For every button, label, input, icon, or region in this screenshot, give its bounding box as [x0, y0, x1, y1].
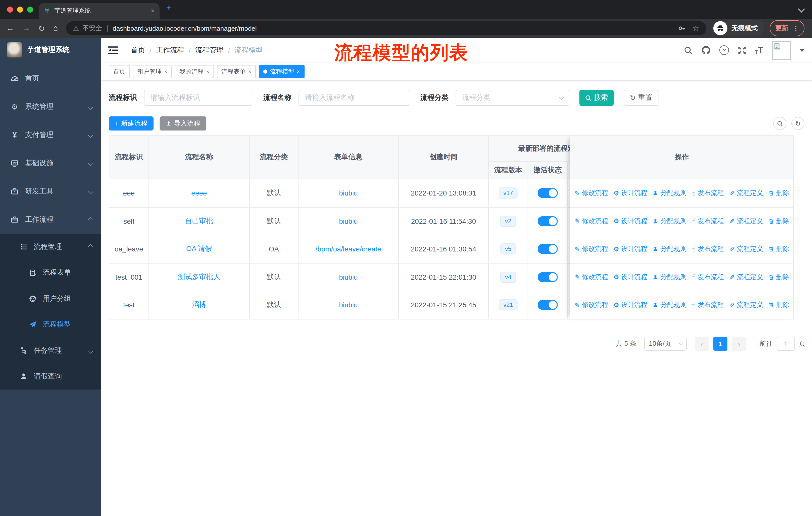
delete-link[interactable]: 删除 [768, 273, 789, 282]
form-info-link[interactable]: biubiu [339, 189, 358, 197]
sidebar-item-devtools[interactable]: 研发工具 [0, 178, 101, 206]
create-process-button[interactable]: + 新建流程 [109, 116, 153, 131]
breadcrumb-item[interactable]: 工作流程 [156, 46, 184, 55]
page-size-select[interactable]: 10条/页 [644, 336, 687, 351]
page-url[interactable]: dashboard.yudao.iocoder.cn/bpm/manager/m… [113, 24, 677, 32]
browser-menu-icon[interactable]: ⋮ [792, 24, 799, 32]
edit-process-link[interactable]: ✎ 修改流程 [575, 273, 608, 282]
reload-icon[interactable]: ↻ [38, 23, 45, 33]
sidebar-item-task-management[interactable]: 任务管理 [0, 337, 101, 363]
sidebar-item-process-management[interactable]: 流程管理 [0, 234, 101, 260]
model-name-link[interactable]: 自己审批 [185, 217, 213, 226]
sidebar-item-workflow[interactable]: 工作流程 [0, 206, 101, 234]
goto-page-input[interactable]: 1 [777, 336, 795, 351]
process-definition-link[interactable]: 流程定义 [729, 217, 763, 226]
assign-rule-link[interactable]: 分配规则 [652, 245, 687, 254]
next-page-button[interactable]: › [732, 336, 746, 351]
github-icon[interactable] [701, 45, 711, 55]
delete-link[interactable]: 删除 [768, 217, 789, 226]
security-label[interactable]: 不安全 [82, 24, 102, 33]
tag-close-icon[interactable]: × [206, 69, 209, 75]
tag-process-form[interactable]: 流程表单 × [217, 65, 256, 78]
deploy-process-link[interactable]: ☝ 发布流程 [692, 301, 724, 310]
browser-tab[interactable]: 芋道管理系统 × [39, 3, 160, 19]
tag-my-process[interactable]: 我的流程 × [175, 65, 214, 78]
import-process-button[interactable]: 导入流程 [159, 116, 206, 131]
sidebar-item-infra[interactable]: 基础设施 [0, 149, 101, 178]
key-input[interactable]: 请输入流程标识 [144, 90, 252, 106]
deploy-process-link[interactable]: ☝ 发布流程 [692, 189, 724, 198]
deploy-process-link[interactable]: ☝ 发布流程 [692, 273, 724, 282]
back-icon[interactable]: ← [6, 24, 14, 33]
font-size-icon[interactable]: TT [755, 46, 763, 55]
edit-process-link[interactable]: ✎ 修改流程 [575, 189, 608, 198]
edit-process-link[interactable]: ✎ 修改流程 [575, 245, 608, 254]
zoom-window-button[interactable] [27, 6, 33, 12]
sidebar-item-home[interactable]: 首页 [0, 64, 101, 93]
process-definition-link[interactable]: 流程定义 [729, 189, 763, 198]
help-icon[interactable]: ? [719, 45, 729, 55]
deploy-process-link[interactable]: ☝ 发布流程 [692, 217, 724, 226]
bookmark-star-icon[interactable]: ☆ [692, 24, 699, 33]
tab-close-icon[interactable]: × [151, 7, 154, 15]
delete-link[interactable]: 删除 [768, 189, 789, 198]
assign-rule-link[interactable]: 分配规则 [652, 273, 687, 282]
reset-button[interactable]: ↻ 重置 [624, 90, 658, 106]
update-label[interactable]: 更新 [775, 24, 788, 33]
address-bar[interactable]: ⚠ 不安全 dashboard.yudao.iocoder.cn/bpm/man… [66, 21, 706, 35]
process-definition-link[interactable]: 流程定义 [729, 273, 763, 282]
active-toggle[interactable] [538, 300, 558, 310]
model-name-link[interactable]: eeee [191, 189, 207, 197]
tag-close-icon[interactable]: × [248, 69, 252, 75]
assign-rule-link[interactable]: 分配规则 [652, 189, 687, 198]
active-toggle[interactable] [538, 188, 558, 198]
process-definition-link[interactable]: 流程定义 [729, 301, 763, 310]
edit-process-link[interactable]: ✎ 修改流程 [575, 301, 608, 310]
form-info-link[interactable]: biubiu [339, 301, 358, 309]
browser-update-button[interactable]: 更新 ⋮ [770, 20, 805, 36]
edit-process-link[interactable]: ✎ 修改流程 [575, 217, 608, 226]
assign-rule-link[interactable]: 分配规则 [652, 217, 687, 226]
tag-tenant[interactable]: 租户管理 × [133, 65, 172, 78]
close-window-button[interactable] [7, 6, 13, 12]
fullscreen-icon[interactable] [737, 46, 747, 55]
process-definition-link[interactable]: 流程定义 [729, 245, 763, 254]
model-name-link[interactable]: 滔博 [192, 301, 206, 310]
form-info-link[interactable]: biubiu [339, 217, 358, 225]
model-name-link[interactable]: OA 请假 [186, 245, 212, 254]
forward-icon[interactable]: → [22, 24, 30, 33]
design-process-link[interactable]: ⚙ 设计流程 [613, 301, 647, 310]
design-process-link[interactable]: ⚙ 设计流程 [613, 245, 647, 254]
breadcrumb-item[interactable]: 流程管理 [195, 46, 224, 55]
form-info-link[interactable]: /bpm/oa/leave/create [315, 245, 381, 253]
current-page-button[interactable]: 1 [713, 336, 727, 351]
collapse-sidebar-icon[interactable] [108, 46, 118, 54]
sidebar-item-payment[interactable]: ¥ 支付管理 [0, 121, 101, 149]
sidebar-item-leave-query[interactable]: 请假查询 [0, 363, 101, 389]
prev-page-button[interactable]: ‹ [695, 336, 709, 351]
design-process-link[interactable]: ⚙ 设计流程 [613, 273, 647, 282]
toggle-search-button[interactable] [773, 117, 786, 130]
refresh-table-button[interactable]: ↻ [791, 117, 805, 130]
minimize-window-button[interactable] [17, 6, 23, 12]
design-process-link[interactable]: ⚙ 设计流程 [613, 217, 647, 226]
new-tab-button[interactable]: + [166, 2, 172, 13]
tag-close-icon[interactable]: × [297, 69, 300, 75]
category-select[interactable]: 流程分类 [456, 90, 569, 106]
sidebar-item-process-form[interactable]: 流程表单 [0, 260, 101, 286]
deploy-process-link[interactable]: ☝ 发布流程 [692, 245, 724, 254]
active-toggle[interactable] [538, 216, 558, 226]
delete-link[interactable]: 删除 [768, 301, 789, 310]
avatar-dropdown-caret-icon[interactable] [800, 49, 805, 52]
sidebar-item-process-model[interactable]: 流程模型 [0, 312, 101, 337]
home-icon[interactable]: ⌂ [53, 24, 58, 33]
tag-process-model[interactable]: 流程模型 × [259, 65, 304, 78]
tag-home[interactable]: 首页 [109, 65, 130, 78]
name-input[interactable]: 请输入流程名称 [298, 90, 410, 106]
tab-list-chevron-icon[interactable] [798, 5, 805, 12]
breadcrumb-item[interactable]: 首页 [131, 46, 145, 55]
form-info-link[interactable]: biubiu [339, 273, 358, 281]
sidebar-item-user-group[interactable]: 用户分组 [0, 286, 101, 312]
assign-rule-link[interactable]: 分配规则 [652, 301, 687, 310]
active-toggle[interactable] [538, 244, 558, 254]
